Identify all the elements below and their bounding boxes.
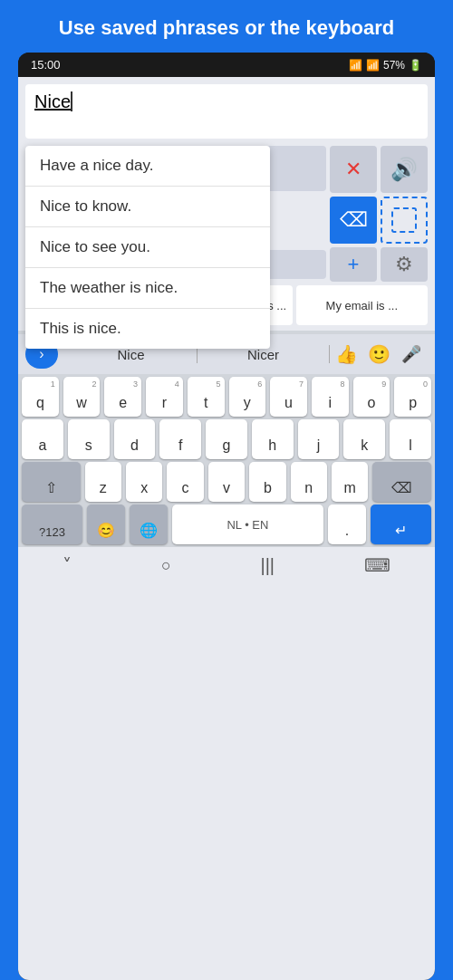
autocomplete-item[interactable]: Nice to see you. (25, 227, 270, 268)
keyboard-row-1: 1q 2w 3e 4r 5t 6y 7u 8i 9o 0p (22, 377, 431, 417)
key-d[interactable]: d (114, 419, 156, 459)
key-c[interactable]: c (167, 462, 203, 502)
keyboard-row-2: a s d f g h j k l (22, 419, 431, 459)
key-y[interactable]: 6y (229, 377, 266, 417)
key-g[interactable]: g (206, 419, 247, 459)
key-w[interactable]: 2w (63, 377, 101, 417)
keyboard-row-4: ?123 😊 🌐 NL • EN . ↵ (22, 504, 431, 544)
battery-icon: 🔋 (409, 59, 422, 72)
close-button[interactable]: ✕ (330, 146, 377, 193)
plus-icon: + (348, 253, 360, 276)
key-i[interactable]: 8i (312, 377, 349, 417)
shift-key[interactable]: ⇧ (22, 462, 81, 502)
status-icons: 📶 📶 57% 🔋 (349, 59, 422, 72)
key-x[interactable]: x (126, 462, 162, 502)
microphone-button[interactable]: 🎤 (395, 344, 428, 364)
suggestion-emoji-1[interactable]: 👍 (330, 343, 362, 365)
key-h[interactable]: h (252, 419, 294, 459)
nav-keyboard-button[interactable]: ⌨ (364, 554, 390, 576)
autocomplete-item[interactable]: Have a nice day. (25, 146, 270, 187)
key-r[interactable]: 4r (146, 377, 183, 417)
suggestion-emoji-2[interactable]: 🙂 (362, 343, 395, 365)
enter-key[interactable]: ↵ (371, 504, 431, 544)
suggestion-word-2[interactable]: Nicer (198, 347, 329, 362)
backspace-button[interactable]: ⌫ (330, 197, 377, 244)
status-bar: 15:00 📶 📶 57% 🔋 (18, 53, 435, 77)
key-e[interactable]: 3e (104, 377, 141, 417)
number-symbols-key[interactable]: ?123 (22, 504, 82, 544)
settings-button[interactable]: ⚙ (381, 247, 428, 282)
suggestion-word-1[interactable]: Nice (65, 347, 197, 362)
key-m[interactable]: m (332, 462, 368, 502)
key-t[interactable]: 5t (188, 377, 225, 417)
space-key[interactable]: NL • EN (172, 504, 323, 544)
nav-recent-button[interactable]: ||| (260, 555, 275, 576)
key-b[interactable]: b (249, 462, 285, 502)
emoji-key[interactable]: 😊 (87, 504, 125, 544)
controls-right-buttons: ✕ 🔊 ⌫ (330, 146, 428, 244)
keyboard-row-3: ⇧ z x c v b n m ⌫ (22, 462, 431, 502)
autocomplete-item[interactable]: Nice to know. (25, 187, 270, 227)
input-text: Nice (34, 91, 72, 111)
phrase-email[interactable]: My email is ... (296, 285, 428, 325)
keyboard-backspace-key[interactable]: ⌫ (372, 462, 431, 502)
key-l[interactable]: l (390, 419, 431, 459)
wifi-icon: 📶 (349, 59, 362, 72)
expand-icon (391, 207, 417, 233)
nav-back-button[interactable]: ˅ (63, 554, 72, 576)
key-j[interactable]: j (298, 419, 340, 459)
status-time: 15:00 (31, 58, 61, 72)
text-input-area[interactable]: Nice (25, 84, 428, 139)
nav-home-button[interactable]: ○ (161, 556, 171, 575)
key-n[interactable]: n (291, 462, 327, 502)
autocomplete-dropdown: Have a nice day. Nice to know. Nice to s… (25, 146, 270, 349)
key-f[interactable]: f (159, 419, 201, 459)
app-title: Use saved phrases or the keyboard (0, 0, 453, 53)
signal-icon: 📶 (366, 59, 380, 72)
key-a[interactable]: a (22, 419, 63, 459)
backspace-icon: ⌫ (340, 208, 368, 232)
expand-button[interactable] (381, 197, 428, 244)
autocomplete-item[interactable]: This is nice. (25, 309, 270, 349)
app-area: Nice Have a nice day. Nice to know. Nice… (18, 77, 435, 980)
keyboard-area: › Nice Nicer 👍 🙂 🎤 1q 2w 3e 4r 5t 6y 7u … (18, 331, 435, 547)
speaker-icon: 🔊 (390, 157, 418, 182)
key-v[interactable]: v (208, 462, 245, 502)
globe-key[interactable]: 🌐 (130, 504, 168, 544)
key-u[interactable]: 7u (270, 377, 307, 417)
key-k[interactable]: k (343, 419, 385, 459)
phone-frame: 15:00 📶 📶 57% 🔋 Nice Have a nice day. Ni… (18, 53, 435, 980)
key-o[interactable]: 9o (353, 377, 390, 417)
speaker-button[interactable]: 🔊 (381, 146, 428, 193)
key-p[interactable]: 0p (394, 377, 431, 417)
nav-bar: ˅ ○ ||| ⌨ (18, 547, 435, 585)
battery-text: 57% (383, 59, 405, 72)
key-s[interactable]: s (68, 419, 110, 459)
autocomplete-item[interactable]: The weather is nice. (25, 268, 270, 309)
period-key[interactable]: . (328, 504, 366, 544)
key-z[interactable]: z (85, 462, 121, 502)
close-icon: ✕ (345, 158, 361, 181)
gear-icon: ⚙ (395, 253, 413, 276)
key-q[interactable]: 1q (22, 377, 59, 417)
add-button[interactable]: + (330, 247, 377, 282)
